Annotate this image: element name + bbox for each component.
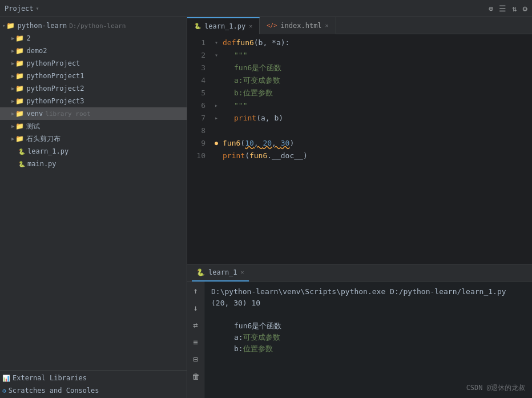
call-args: 10, 20, 30: [245, 137, 289, 150]
code-line-2: ▾ """: [215, 49, 532, 62]
sidebar-item-pythonProject2[interactable]: ▶ 📁 pythonProject2: [0, 82, 187, 95]
ln-9: 9: [187, 137, 205, 150]
sidebar-item-ceshi[interactable]: ▶ 📁 测试: [0, 120, 187, 132]
kw-def: def: [223, 37, 236, 49]
title-bar: Project ▾ ⊕ ☰ ⇅ ⚙: [0, 0, 532, 17]
main-layout: ▾ 📁 python-learn D:/python-learn ▶ 📁 2 ▶…: [0, 17, 532, 398]
item-label-2: 2: [26, 34, 30, 42]
item-label-pp: pythonProject: [26, 59, 80, 67]
root-path: D:/python-learn: [69, 22, 126, 30]
ln-3: 3: [187, 62, 205, 74]
tab-close-index[interactable]: ✕: [325, 22, 329, 29]
run-wrap-icon[interactable]: ⇄: [193, 320, 198, 329]
run-output: D:\python-learn\venv\Scripts\python.exe …: [204, 282, 532, 398]
folder-icon-2: 📁: [15, 34, 24, 42]
folder-icon-pp: 📁: [15, 59, 24, 67]
run-tab-label: learn_1: [208, 268, 237, 276]
sidebar-item-pythonProject1[interactable]: ▶ 📁 pythonProject1: [0, 70, 187, 82]
code-line-1: ▾ def fun6 (b, *a):: [215, 37, 532, 49]
line-numbers: 1 2 3 4 5 6 7 8 9 10: [187, 34, 210, 264]
item-label-pp1: pythonProject1: [26, 72, 84, 80]
run-trash-icon[interactable]: 🗑: [192, 372, 200, 381]
add-icon[interactable]: ⊕: [489, 4, 493, 13]
run-result-fun6: fun6是个函数: [211, 320, 525, 332]
fun6-indent: [211, 321, 234, 330]
run-panel-body: ↑ ↓ ⇄ ≡ ⊟ 🗑 D:\python-learn\venv\Scripts…: [187, 282, 532, 398]
output-b-label: b:: [234, 344, 243, 353]
sidebar-item-pythonProject[interactable]: ▶ 📁 pythonProject: [0, 57, 187, 70]
fold-marker-1[interactable]: ▾: [215, 37, 223, 49]
ext-libraries-label: External Libraries: [13, 374, 87, 382]
run-cmd-line: D:\python-learn\venv\Scripts\python.exe …: [211, 286, 525, 298]
sidebar-item-pythonProject3[interactable]: ▶ 📁 pythonProject3: [0, 95, 187, 107]
sidebar-item-learn1py[interactable]: 🐍 learn_1.py: [0, 145, 187, 158]
output-b-value: 位置参数: [243, 344, 273, 353]
folder-icon-pp1: 📁: [15, 72, 24, 80]
code-editor[interactable]: 1 2 3 4 5 6 7 8 9 10 ▾: [187, 34, 532, 264]
sidebar-item-demo2[interactable]: ▶ 📁 demo2: [0, 45, 187, 57]
ln-8: 8: [187, 124, 205, 137]
run-up-icon[interactable]: ↑: [193, 286, 198, 295]
fold-marker-7[interactable]: ▸: [215, 112, 223, 124]
builtin-print: print: [234, 112, 256, 124]
run-panel-header: 🐍 learn_1 ✕: [187, 264, 532, 282]
comment-b: b:位置参数: [234, 87, 273, 99]
run-tab-close[interactable]: ✕: [241, 269, 244, 275]
sidebar: ▾ 📁 python-learn D:/python-learn ▶ 📁 2 ▶…: [0, 17, 187, 398]
print2-open: (: [245, 150, 249, 162]
run-tab-icon: 🐍: [196, 268, 205, 276]
tab-learn1py[interactable]: 🐍 learn_1.py ✕: [187, 17, 260, 34]
ln-7: 7: [187, 112, 205, 124]
run-result-a: a:可变成参数: [211, 332, 525, 343]
sidebar-item-shitou[interactable]: ▶ 📁 石头剪刀布: [0, 132, 187, 145]
expand-arrow-shitou: ▶: [11, 136, 14, 142]
tree-root[interactable]: ▾ 📁 python-learn D:/python-learn: [0, 19, 187, 32]
scratches-item[interactable]: ⚙ Scratches and Consoles: [0, 384, 187, 397]
tab-html-icon: </>: [267, 22, 277, 29]
py-file-icon-learn1: 🐍: [18, 148, 25, 155]
run-minus-icon[interactable]: ⊟: [193, 355, 198, 364]
sidebar-item-venv[interactable]: ▶ 📁 venv library root: [0, 107, 187, 120]
builtin-print2: print: [223, 150, 245, 162]
code-line-7: ▸ print (a, b): [215, 112, 532, 124]
external-libraries-item[interactable]: 📊 External Libraries: [0, 372, 187, 384]
folder-icon-demo2: 📁: [15, 47, 24, 55]
scratches-icon: ⚙: [2, 387, 6, 395]
sidebar-bottom: 📊 External Libraries ⚙ Scratches and Con…: [0, 370, 187, 398]
expand-arrow-pp2: ▶: [11, 86, 14, 91]
call-close: ): [289, 137, 294, 150]
item-label-demo2: demo2: [26, 47, 47, 55]
expand-arrow: ▾: [2, 23, 5, 29]
list-icon[interactable]: ☰: [499, 4, 506, 13]
sidebar-item-2[interactable]: ▶ 📁 2: [0, 32, 187, 45]
code-content: 1 2 3 4 5 6 7 8 9 10 ▾: [187, 34, 532, 264]
item-label-pp2: pythonProject2: [26, 85, 84, 93]
run-blank: [211, 309, 525, 320]
scratches-label: Scratches and Consoles: [9, 387, 99, 395]
fold-marker-6[interactable]: ▸: [215, 99, 223, 112]
settings-icon[interactable]: ⚙: [523, 4, 527, 13]
run-tab-learn1[interactable]: 🐍 learn_1 ✕: [192, 264, 249, 282]
fold-marker-2[interactable]: ▾: [215, 49, 223, 62]
code-lines: ▾ def fun6 (b, *a): ▾ """: [210, 34, 532, 264]
expand-arrow-demo2: ▶: [11, 48, 14, 54]
run-list-icon[interactable]: ≡: [193, 337, 198, 347]
run-panel: 🐍 learn_1 ✕ ↑ ↓ ⇄ ≡ ⊟ 🗑: [187, 264, 532, 398]
sort-icon[interactable]: ⇅: [512, 4, 517, 13]
root-label: python-learn: [17, 22, 67, 30]
dunder-doc: .__doc__): [267, 150, 307, 162]
ln-1: 1: [187, 37, 205, 49]
param-open: (b, *a):: [254, 37, 290, 49]
project-chevron[interactable]: ▾: [36, 5, 39, 11]
watermark: CSDN @退休的龙叔: [466, 382, 525, 393]
folder-icon-pp2: 📁: [15, 85, 24, 93]
print-args: (a, b): [256, 112, 283, 124]
folder-icon-ceshi: 📁: [15, 122, 24, 130]
tab-close-learn1[interactable]: ✕: [249, 23, 252, 29]
py-file-icon-main: 🐍: [18, 161, 25, 167]
fold-marker-9: ●: [215, 137, 223, 150]
run-down-icon[interactable]: ↓: [193, 303, 198, 312]
n20: 20: [263, 139, 272, 147]
tab-indexhtml[interactable]: </> index.html ✕: [260, 17, 336, 34]
sidebar-item-mainpy[interactable]: 🐍 main.py: [0, 158, 187, 170]
